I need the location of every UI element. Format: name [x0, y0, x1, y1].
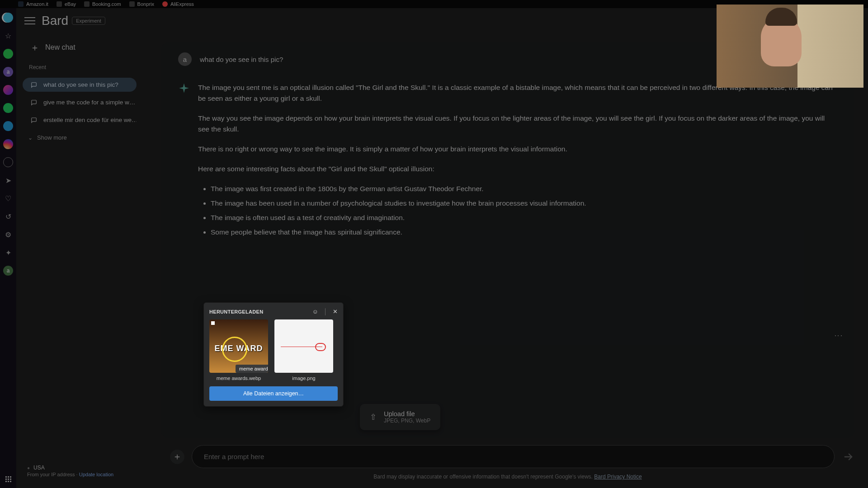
dock-gear-icon[interactable]: ⚙	[3, 230, 13, 239]
upload-title: Upload file	[384, 410, 430, 418]
chevron-down-icon: ⌄	[28, 135, 33, 141]
disclaimer: Bard may display inaccurate or offensive…	[161, 472, 854, 483]
new-chat-button[interactable]: ＋ New chat	[23, 38, 137, 57]
dock-send-icon[interactable]: ➤	[3, 175, 13, 185]
upload-file-card[interactable]: ⇧ Upload file JPEG, PNG, WebP	[360, 404, 440, 430]
dock-app-icon[interactable]	[3, 49, 13, 59]
user-message-text: what do yoe see in this pic?	[200, 56, 283, 63]
location-dot-icon: ●	[27, 465, 30, 470]
dock-sparkle-icon[interactable]: ✦	[3, 248, 13, 258]
more-options-button[interactable]: ⋮	[834, 332, 844, 340]
upload-subtitle: JPEG, PNG, WebP	[384, 418, 430, 424]
dock-heart-icon[interactable]: ♡	[3, 193, 13, 203]
download-file-item[interactable]: image.png	[274, 319, 333, 381]
recent-heading: Recent	[23, 61, 137, 74]
new-chat-label: New chat	[45, 43, 75, 52]
user-avatar: a	[178, 52, 192, 66]
browser-tab-amazon[interactable]: Amazon.it	[18, 1, 48, 7]
main-column: a what do yoe see in this pic? View othe…	[143, 33, 868, 488]
amazon-icon	[18, 1, 24, 7]
bot-response-text: The image you sent me is an optical illu…	[198, 82, 837, 247]
download-filename: image.png	[274, 375, 333, 381]
chat-icon	[31, 117, 37, 123]
downloads-title: HERUNTERGELADEN	[209, 309, 263, 314]
browser-tab-ebay[interactable]: eBay	[57, 1, 76, 7]
bot-response: The image you sent me is an optical illu…	[178, 82, 837, 247]
download-thumbnail	[274, 319, 333, 373]
document-icon	[129, 1, 135, 7]
dock-telegram-icon[interactable]	[3, 121, 13, 131]
disclaimer-text: Bard may display inaccurate or offensive…	[373, 474, 594, 480]
sidebar: ＋ New chat Recent what do yoe see in thi…	[16, 33, 143, 488]
menu-button[interactable]	[24, 15, 35, 26]
upload-icon: ⇧	[370, 412, 377, 422]
recent-item-label: give me the code for a simple w…	[43, 99, 135, 106]
bot-bullet: The image is often used as a test of cre…	[211, 212, 837, 223]
download-thumbnail: EME WARD meme awards.webp	[209, 319, 268, 373]
downloads-popup: HERUNTERGELADEN ☺ │ ✕ EME WARD meme awar…	[203, 302, 344, 407]
dock-instagram-icon[interactable]	[3, 139, 13, 149]
document-icon	[84, 1, 90, 7]
location-from-ip: From your IP address	[27, 472, 75, 477]
bot-paragraph: The way you see the image depends on how…	[198, 113, 837, 135]
aliexpress-icon	[162, 1, 168, 7]
webcam-overlay	[717, 5, 863, 88]
prompt-input-row: ＋	[161, 438, 854, 472]
download-filename: meme awards.webp	[209, 375, 268, 381]
dock-active-app-icon[interactable]	[3, 13, 13, 23]
bot-bullet: The image has been used in a number of p…	[211, 198, 837, 209]
browser-tab-aliexpress[interactable]: AliExpress	[162, 1, 194, 7]
document-icon	[57, 1, 62, 7]
show-all-files-button[interactable]: Alle Dateien anzeigen…	[209, 386, 338, 401]
smiley-icon[interactable]: ☺	[312, 308, 318, 315]
bot-bullet-list: The image was first created in the 1800s…	[198, 183, 837, 238]
experiment-badge: Experiment	[72, 17, 105, 25]
recent-item-label: erstelle mir den code für eine we…	[43, 117, 137, 123]
location-country: USA	[33, 465, 45, 471]
bot-bullet: The image was first created in the 1800s…	[211, 183, 837, 194]
recent-item[interactable]: give me the code for a simple w…	[23, 95, 137, 109]
send-button[interactable]	[842, 450, 854, 463]
dock-app-icon[interactable]: a	[3, 67, 13, 77]
bot-paragraph: Here are some interesting facts about th…	[198, 164, 837, 174]
bard-spark-icon	[178, 82, 190, 94]
download-file-item[interactable]: EME WARD meme awards.webp meme awards.we…	[209, 319, 268, 381]
chat-icon	[31, 82, 37, 88]
plus-icon: ＋	[30, 42, 40, 52]
divider: │	[324, 308, 327, 315]
dock-history-icon[interactable]: ↺	[3, 211, 13, 221]
dock-messenger-icon[interactable]	[3, 85, 13, 95]
os-dock: ☆ a ➤ ♡ ↺ ⚙ ✦ a	[0, 8, 16, 488]
bot-paragraph: There is no right or wrong way to see th…	[198, 144, 837, 155]
update-location-link[interactable]: Update location	[79, 472, 113, 477]
recent-item-label: what do yoe see in this pic?	[43, 81, 118, 88]
recent-item[interactable]: what do yoe see in this pic?	[23, 78, 137, 92]
dock-star-icon[interactable]: ☆	[3, 31, 13, 41]
close-icon[interactable]: ✕	[333, 308, 338, 315]
dock-outline-icon[interactable]	[3, 157, 13, 167]
chat-icon	[31, 99, 37, 106]
app-title: Bard Experiment	[42, 14, 105, 28]
dock-avatar-icon[interactable]: a	[3, 266, 13, 276]
privacy-link[interactable]: Bard Privacy Notice	[594, 474, 642, 480]
sidebar-footer: ●USA From your IP address · Update locat…	[23, 458, 137, 483]
show-more-button[interactable]: ⌄ Show more	[23, 131, 137, 145]
file-tooltip: meme awards.webp	[236, 365, 268, 373]
show-more-label: Show more	[37, 134, 67, 141]
bot-bullet: Some people believe that the image has s…	[211, 227, 837, 238]
browser-tab-booking[interactable]: Booking.com	[84, 1, 121, 7]
add-attachment-button[interactable]: ＋	[170, 450, 184, 464]
recent-item[interactable]: erstelle mir den code für eine we…	[23, 113, 137, 127]
dock-apps-menu-icon[interactable]	[5, 475, 12, 483]
webcam-person	[761, 17, 802, 66]
cursor-highlight-icon	[222, 337, 247, 362]
app-title-text: Bard	[42, 14, 68, 28]
prompt-input[interactable]	[192, 445, 835, 468]
dock-whatsapp-icon[interactable]	[3, 103, 13, 113]
browser-tab-bonprix[interactable]: Bonprix	[129, 1, 154, 7]
